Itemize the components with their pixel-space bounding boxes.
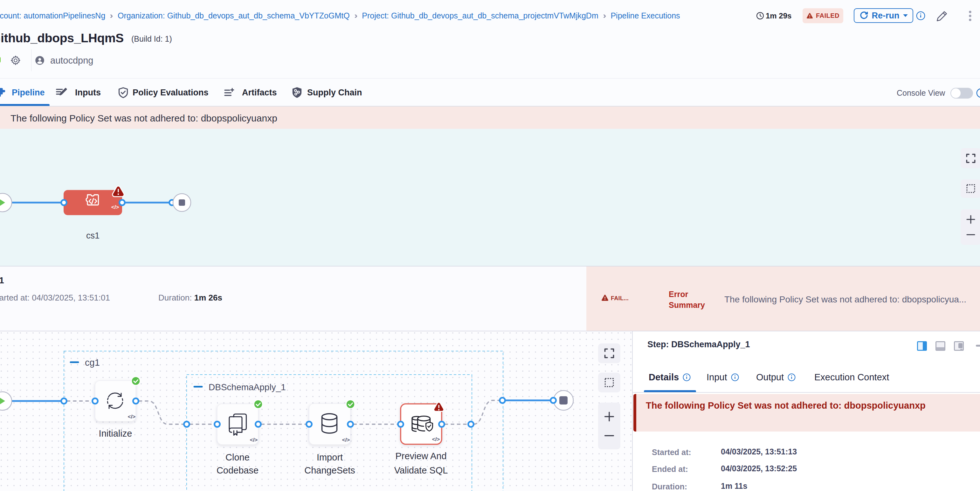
svg-text:</>: </>: [250, 437, 258, 443]
svg-text:Validate SQL: Validate SQL: [394, 465, 448, 475]
svg-text:</>: </>: [342, 437, 350, 443]
svg-text:</>: </>: [128, 414, 136, 420]
svg-text:Clone: Clone: [226, 452, 250, 462]
svg-text:DBSchemaApply_1: DBSchemaApply_1: [208, 382, 286, 392]
svg-text:cs1: cs1: [86, 231, 100, 240]
svg-text:Initialize: Initialize: [99, 428, 132, 439]
svg-text:Preview And: Preview And: [395, 451, 446, 461]
svg-text:cg1: cg1: [85, 358, 100, 368]
svg-text:Codebase: Codebase: [216, 465, 259, 475]
svg-text:Import: Import: [317, 452, 343, 462]
svg-text:</>: </>: [432, 436, 440, 442]
svg-text:</>: </>: [111, 204, 119, 210]
svg-text:ChangeSets: ChangeSets: [304, 465, 355, 475]
